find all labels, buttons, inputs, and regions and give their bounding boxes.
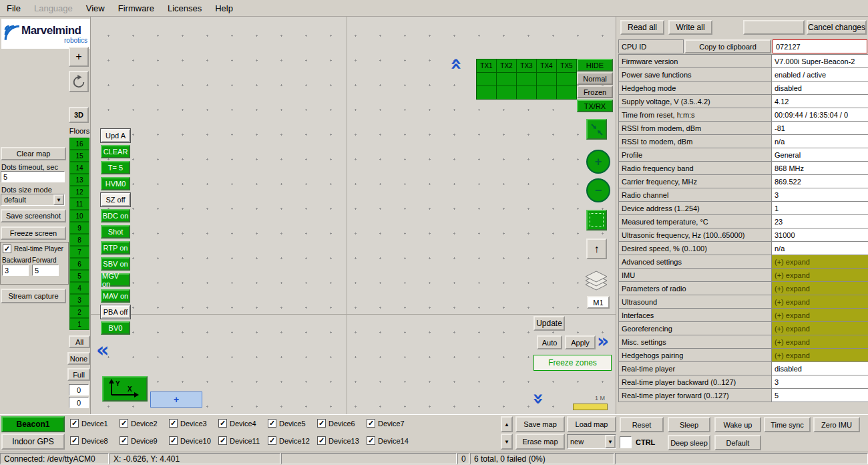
floor-7[interactable]: 7 [69,246,89,258]
device-device11[interactable]: ✓Device11 [218,436,268,445]
floor-14[interactable]: 14 [69,162,89,174]
dots-size-mode-select[interactable]: default ▼ [1,194,65,206]
device-device3[interactable]: ✓Device3 [169,419,218,428]
scroll-up-icon[interactable]: ▲ [501,416,513,432]
menu-licenses[interactable]: Licenses [168,3,202,13]
map-action-hvm0[interactable]: HVM0 [101,177,130,190]
tx-cell[interactable] [537,86,556,99]
floor-15[interactable]: 15 [69,150,89,162]
checkbox-checked-icon[interactable]: ✓ [218,419,227,428]
checkbox-checked-icon[interactable]: ✓ [367,419,375,428]
chevron-up-icon[interactable]: « [447,57,467,70]
tx-cell[interactable] [497,86,516,99]
device-device2[interactable]: ✓Device2 [120,419,169,428]
sleep-button[interactable]: Sleep [668,417,710,432]
floor-3[interactable]: 3 [69,294,89,306]
center-arrows-icon[interactable] [586,119,607,140]
zero-imu-button[interactable]: Zero IMU [813,417,860,432]
floors-all-button[interactable]: All [69,335,90,348]
setting-value[interactable]: -81 [772,122,868,134]
setting-value[interactable]: 31000 [772,228,868,241]
setting-value[interactable]: 5 [772,389,868,402]
ctrl-checkbox[interactable] [620,436,632,448]
setting-value[interactable]: n/a [772,242,868,255]
setting-expand[interactable]: (+) expand [772,309,868,321]
tx-cell[interactable] [557,73,576,86]
counter-top-field[interactable]: 0 [69,384,89,396]
tx-header-tx1[interactable]: TX1 [477,59,496,72]
device-device7[interactable]: ✓Device7 [367,419,416,428]
map-select[interactable]: new ▼ [567,434,616,449]
map-action-t-5[interactable]: T= 5 [101,161,130,174]
unlabeled-button[interactable] [743,20,805,35]
arrow-up-icon[interactable]: ↑ [586,239,607,259]
floor-4[interactable]: 4 [69,282,89,294]
floor-9[interactable]: 9 [69,222,89,234]
layers-icon[interactable] [582,269,610,295]
tx-header-tx5[interactable]: TX5 [557,59,576,72]
chevron-right-icon[interactable]: » [597,332,609,351]
freeze-screen-button[interactable]: Freeze screen [1,226,66,240]
beacon-tab[interactable]: Beacon1 [1,416,65,432]
device-device5[interactable]: ✓Device5 [268,419,317,428]
setting-expand[interactable]: (+) expand [772,322,868,335]
floor-1[interactable]: 1 [69,318,89,330]
setting-expand[interactable]: (+) expand [772,335,868,348]
tx-hide-button[interactable]: HIDE [577,59,613,71]
wake-up-button[interactable]: Wake up [714,417,761,432]
tx-cell[interactable] [557,86,576,99]
tx-cell[interactable] [497,73,516,86]
floor-5[interactable]: 5 [69,270,89,282]
pan-tool-icon[interactable]: + [69,47,89,67]
map-action-sbv-on[interactable]: SBV on [101,257,130,271]
device-device10[interactable]: ✓Device10 [169,436,218,445]
setting-expand[interactable]: (+) expand [772,349,868,361]
checkbox-checked-icon[interactable]: ✓ [317,419,326,428]
setting-value[interactable]: n/a [772,135,868,148]
tx-cell[interactable] [537,73,556,86]
setting-value[interactable]: 3 [772,188,868,201]
floor-16[interactable]: 16 [69,138,89,150]
map-action-clear[interactable]: CLEAR [101,145,130,158]
floor-12[interactable]: 12 [69,186,89,198]
tx-cell[interactable] [517,73,536,86]
setting-value[interactable]: 4.12 [772,95,868,108]
setting-value[interactable]: disabled [772,362,868,375]
update-button[interactable]: Update [533,316,565,331]
setting-value[interactable]: disabled [772,82,868,94]
tx-header-tx4[interactable]: TX4 [537,59,556,72]
setting-expand[interactable]: (+) expand [772,282,868,295]
map-action-bdc-on[interactable]: BDC on [101,209,130,222]
checkbox-checked-icon[interactable]: ✓ [169,419,178,428]
checkbox-checked-icon[interactable]: ✓ [367,436,375,445]
tx-rx-button[interactable]: TX/RX [577,100,613,112]
rotate-tool-icon[interactable] [69,71,89,92]
device-device9[interactable]: ✓Device9 [120,436,169,445]
counter-bottom-field[interactable]: 0 [69,397,89,408]
setting-value[interactable]: 23 [772,215,868,228]
clear-map-button[interactable]: Clear map [1,147,66,160]
menu-view[interactable]: View [86,3,105,13]
checkbox-checked-icon[interactable]: ✓ [169,436,178,445]
floors-none-button[interactable]: None [67,352,90,365]
zoom-in-circle-icon[interactable]: + [586,150,610,174]
setting-expand[interactable]: (+) expand [772,255,868,268]
stream-capture-button[interactable]: Stream capture [1,289,66,303]
apply-button[interactable]: Apply [565,335,596,349]
add-submap-button[interactable]: + [150,392,202,408]
tx-frozen-button[interactable]: Frozen [577,86,613,98]
map-action-rtp-on[interactable]: RTP on [101,241,130,255]
deep-sleep-button[interactable]: Deep sleep [668,435,710,450]
floor-8[interactable]: 8 [69,234,89,246]
checkbox-checked-icon[interactable]: ✓ [268,436,276,445]
checkbox-checked-icon[interactable]: ✓ [70,419,79,428]
floor-6[interactable]: 6 [69,258,89,270]
floor-11[interactable]: 11 [69,198,89,210]
device-device4[interactable]: ✓Device4 [218,419,268,428]
map-action-shot[interactable]: Shot [101,225,130,239]
tx-normal-button[interactable]: Normal [577,72,613,85]
zoom-out-circle-icon[interactable]: − [586,178,610,202]
map-canvas[interactable]: Upd ACLEART= 5HVM0SZ offBDC onShotRTP on… [90,17,616,414]
menu-help[interactable]: Help [215,3,233,13]
device-device6[interactable]: ✓Device6 [317,419,367,428]
